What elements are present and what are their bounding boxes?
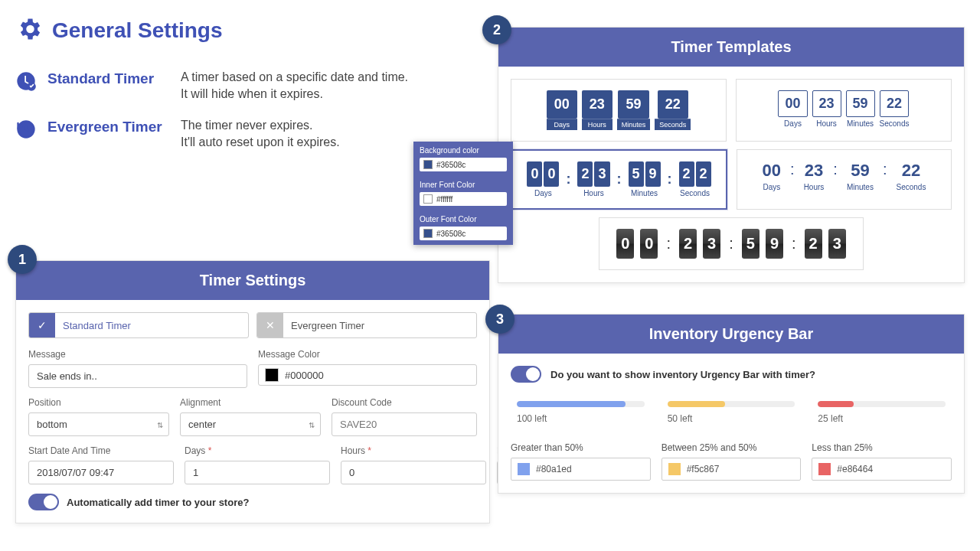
message-label: Message xyxy=(28,349,247,360)
popover-outer-label: Outer Font Color xyxy=(420,215,507,223)
popover-outer-input[interactable]: #36508c xyxy=(420,227,507,240)
threshold-lt25-input[interactable]: #e86464 xyxy=(812,458,952,481)
inventory-urgency-panel: Inventory Urgency Bar Do you want to sho… xyxy=(498,314,965,494)
definition-label: Evergreen Timer xyxy=(47,119,170,135)
threshold-lt25-label: Less than 25% xyxy=(812,442,952,453)
days-input[interactable] xyxy=(185,461,330,484)
alignment-select[interactable] xyxy=(180,412,321,436)
auto-add-toggle[interactable] xyxy=(28,494,59,510)
template-style-3[interactable]: 00Days : 23Hours : 59Minutes : 22Seconds xyxy=(511,149,727,210)
refresh-clock-icon xyxy=(15,119,37,140)
position-select[interactable] xyxy=(28,412,169,436)
popover-bg-input[interactable]: #36508c xyxy=(420,158,507,171)
check-icon: ✓ xyxy=(29,313,55,337)
template-style-4[interactable]: 00Days : 23Hours : 59Minutes : 22Seconds xyxy=(737,149,952,210)
color-popover: Background color #36508c Inner Font Colo… xyxy=(413,142,513,245)
message-color-input[interactable]: #000000 xyxy=(258,364,477,386)
popover-inner-label: Inner Font Color xyxy=(420,181,507,189)
definition-desc: The timer never expires. It'll auto rese… xyxy=(181,117,340,152)
message-color-label: Message Color xyxy=(258,349,477,360)
tab-standard-timer[interactable]: ✓ Standard Timer xyxy=(28,312,249,338)
days-label: Days * xyxy=(185,445,330,456)
inventory-bar-25: 25 left xyxy=(818,401,946,424)
step-badge-2: 2 xyxy=(482,15,511,44)
inventory-bar-100: 100 left xyxy=(517,401,645,424)
template-style-2[interactable]: 00Days 23Hours 59Minutes 22Seconds xyxy=(736,79,952,142)
position-label: Position xyxy=(28,397,169,408)
definition-desc: A timer based on a specific date and tim… xyxy=(181,69,408,103)
close-icon: ✕ xyxy=(257,313,283,337)
alignment-label: Alignment xyxy=(180,397,321,408)
threshold-gt50-input[interactable]: #80a1ed xyxy=(511,458,651,481)
template-style-1[interactable]: 00Days 23Hours 59Minutes 22Seconds xyxy=(511,79,727,142)
inventory-bar-50: 50 left xyxy=(668,401,795,424)
template-style-5[interactable]: 00 : 23 : 59 : 23 xyxy=(599,217,864,270)
panel-header: Inventory Urgency Bar xyxy=(498,315,964,354)
step-badge-1: 1 xyxy=(8,245,37,274)
popover-inner-input[interactable]: #ffffff xyxy=(420,192,507,206)
tab-evergreen-timer[interactable]: ✕ Evergreen Timer xyxy=(256,312,477,338)
panel-header: Timer Settings xyxy=(16,261,489,300)
start-label: Start Date And Time xyxy=(28,445,174,456)
threshold-25-50-label: Between 25% and 50% xyxy=(662,442,802,453)
auto-add-label: Automatically add timer to your store? xyxy=(67,497,249,508)
timer-settings-panel: Timer Settings ✓ Standard Timer ✕ Evergr… xyxy=(15,260,490,523)
message-input[interactable] xyxy=(28,364,247,388)
start-input[interactable] xyxy=(28,461,174,484)
inventory-toggle-label: Do you want to show inventory Urgency Ba… xyxy=(550,369,815,380)
inventory-toggle[interactable] xyxy=(511,366,541,383)
page-title: General Settings xyxy=(52,18,223,43)
step-badge-3: 3 xyxy=(485,305,514,334)
timer-templates-panel: Timer Templates 00Days 23Hours 59Minutes… xyxy=(498,27,965,283)
discount-label: Discount Code xyxy=(332,397,477,408)
hours-label: Hours * xyxy=(341,445,486,456)
hours-input[interactable] xyxy=(341,461,486,484)
clock-icon xyxy=(15,70,37,92)
definition-label: Standard Timer xyxy=(47,70,170,87)
threshold-gt50-label: Greater than 50% xyxy=(511,442,651,453)
discount-input[interactable] xyxy=(332,412,477,436)
popover-bg-label: Background color xyxy=(420,146,507,155)
panel-header: Timer Templates xyxy=(498,28,964,67)
threshold-25-50-input[interactable]: #f5c867 xyxy=(662,458,802,481)
gear-icon xyxy=(15,15,43,46)
